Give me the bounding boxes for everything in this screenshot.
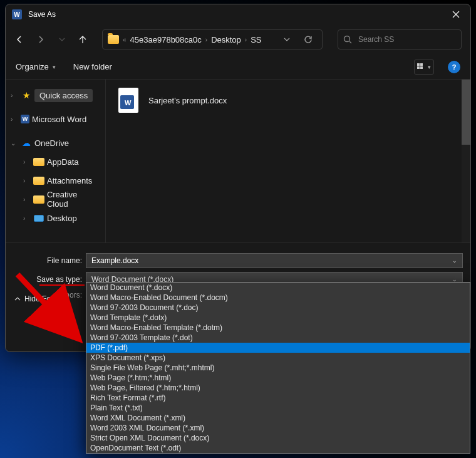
close-icon [452, 11, 460, 18]
sidebar-item-creative-cloud[interactable]: › Creative Cloud [6, 190, 105, 209]
sidebar-item-label: Attachments [47, 176, 92, 185]
file-name-value: Example.docx [91, 256, 138, 265]
arrow-right-icon [36, 35, 45, 44]
file-name-input[interactable]: Example.docx ⌄ [86, 253, 463, 268]
arrow-up-icon [78, 35, 87, 44]
help-button[interactable]: ? [448, 61, 460, 73]
caret-down-icon: ▾ [428, 64, 431, 70]
type-option[interactable]: Web Page, Filtered (*.htm;*.html) [86, 383, 470, 393]
address-dropdown-button[interactable] [278, 38, 296, 41]
close-button[interactable] [442, 4, 470, 24]
sidebar-item-attachments[interactable]: › Attachments [6, 171, 105, 190]
chevron-right-icon: › [23, 177, 31, 184]
chevron-right-icon: › [23, 159, 31, 165]
scrollbar-thumb[interactable] [462, 80, 470, 145]
nav-recent-button[interactable] [57, 34, 67, 44]
titlebar: W Save As [6, 4, 470, 24]
caret-down-icon: ▾ [53, 64, 56, 70]
body: › ★ Quick access › W Microsoft Word ⌄ ☁ … [6, 80, 470, 242]
type-option[interactable]: Word 2003 XML Document (*.xml) [86, 423, 470, 433]
sidebar-item-appdata[interactable]: › AppData [6, 152, 105, 171]
save-type-label: Save as type: [13, 275, 86, 284]
svg-rect-5 [417, 66, 420, 69]
arrow-left-icon [15, 35, 24, 44]
type-option[interactable]: Web Page (*.htm;*.html) [86, 373, 470, 383]
save-type-options-list: Word Document (*.docx)Word Macro-Enabled… [86, 282, 470, 454]
type-option[interactable]: XPS Document (*.xps) [86, 353, 470, 363]
type-option[interactable]: Word Macro-Enabled Template (*.dotm) [86, 323, 470, 333]
folder-icon [33, 177, 44, 185]
refresh-button[interactable] [299, 35, 317, 44]
scrollbar[interactable] [462, 80, 470, 242]
type-option[interactable]: Word XML Document (*.xml) [86, 413, 470, 423]
crumb-2[interactable]: SS [251, 35, 261, 44]
star-icon: ★ [21, 90, 32, 101]
type-option[interactable]: Word 97-2003 Template (*.dot) [86, 333, 470, 343]
hide-folders-button[interactable]: Hide Folders [14, 294, 67, 303]
sidebar-quick-access[interactable]: › ★ Quick access [6, 86, 105, 105]
word-icon: W [21, 115, 29, 123]
cloud-icon: ☁ [21, 137, 32, 148]
svg-point-2 [344, 36, 350, 42]
svg-rect-4 [420, 63, 423, 66]
chevron-right-icon: › [245, 36, 247, 43]
view-options-button[interactable]: ▾ [414, 60, 434, 75]
word-app-icon: W [12, 9, 22, 19]
type-option[interactable]: Word Document (*.docx) [86, 283, 470, 293]
sidebar: › ★ Quick access › W Microsoft Word ⌄ ☁ … [6, 80, 106, 242]
chevron-right-icon: › [205, 36, 207, 43]
quick-access-label: Quick access [34, 89, 93, 102]
organize-label: Organize [16, 62, 49, 71]
type-option[interactable]: Word 97-2003 Document (*.doc) [86, 303, 470, 313]
chevron-right-icon: › [11, 92, 18, 99]
svg-text:W: W [14, 11, 20, 18]
caret-down-icon: ⌄ [452, 258, 457, 264]
chevron-right-icon: › [23, 215, 31, 222]
nav-forward-button[interactable] [36, 34, 46, 44]
view-icon [417, 63, 426, 71]
nav-up-button[interactable] [78, 35, 87, 44]
type-option[interactable]: Plain Text (*.txt) [86, 403, 470, 413]
svg-rect-6 [420, 66, 423, 69]
nav-row: « 45e3ae978b08ca0c › Desktop › SS Search… [6, 24, 470, 55]
new-folder-button[interactable]: New folder [73, 62, 112, 71]
folder-icon [108, 35, 119, 44]
type-option[interactable]: PDF (*.pdf) [86, 343, 470, 353]
type-option[interactable]: Rich Text Format (*.rtf) [86, 393, 470, 403]
crumb-0[interactable]: 45e3ae978b08ca0c [130, 35, 202, 44]
desktop-icon [34, 215, 44, 222]
sidebar-item-label: Desktop [47, 214, 77, 223]
chevron-down-icon: ⌄ [11, 140, 18, 147]
file-list-area[interactable]: Sarjeet's prompt.docx [106, 80, 470, 242]
sidebar-onedrive[interactable]: ⌄ ☁ OneDrive [6, 133, 105, 152]
save-as-dialog: W Save As « 45e3ae978b08ca0c › Desktop › [5, 4, 471, 352]
file-name-row: File name: Example.docx ⌄ [13, 253, 463, 268]
crumb-1[interactable]: Desktop [211, 35, 241, 44]
nav-back-button[interactable] [14, 34, 24, 44]
file-name-label: File name: [13, 256, 86, 265]
sidebar-item-desktop[interactable]: › Desktop [6, 209, 105, 227]
address-bar[interactable]: « 45e3ae978b08ca0c › Desktop › SS [102, 29, 323, 49]
new-folder-label: New folder [73, 62, 112, 71]
type-option[interactable]: Word Template (*.dotx) [86, 313, 470, 323]
type-option[interactable]: OpenDocument Text (*.odt) [86, 443, 470, 453]
file-item[interactable]: Sarjeet's prompt.docx [118, 86, 458, 115]
folder-icon [33, 195, 44, 204]
type-option[interactable]: Word Macro-Enabled Document (*.docm) [86, 293, 470, 303]
sidebar-item-label: AppData [47, 157, 79, 167]
search-field[interactable]: Search SS [338, 29, 462, 49]
type-option[interactable]: Strict Open XML Document (*.docx) [86, 433, 470, 443]
search-icon [343, 35, 352, 44]
svg-rect-3 [417, 63, 420, 66]
chevron-up-icon [14, 297, 21, 301]
hide-folders-label: Hide Folders [24, 294, 67, 303]
docx-icon [118, 88, 138, 113]
toolbar: Organize ▾ New folder ▾ ? [6, 55, 470, 80]
sidebar-ms-word[interactable]: › W Microsoft Word [6, 110, 105, 128]
type-option[interactable]: Single File Web Page (*.mht;*.mhtml) [86, 363, 470, 373]
refresh-icon [304, 35, 313, 44]
sidebar-item-label: Microsoft Word [32, 115, 86, 124]
chevron-icon: « [123, 36, 127, 43]
organize-button[interactable]: Organize ▾ [16, 62, 56, 71]
breadcrumb: 45e3ae978b08ca0c › Desktop › SS [130, 35, 274, 44]
